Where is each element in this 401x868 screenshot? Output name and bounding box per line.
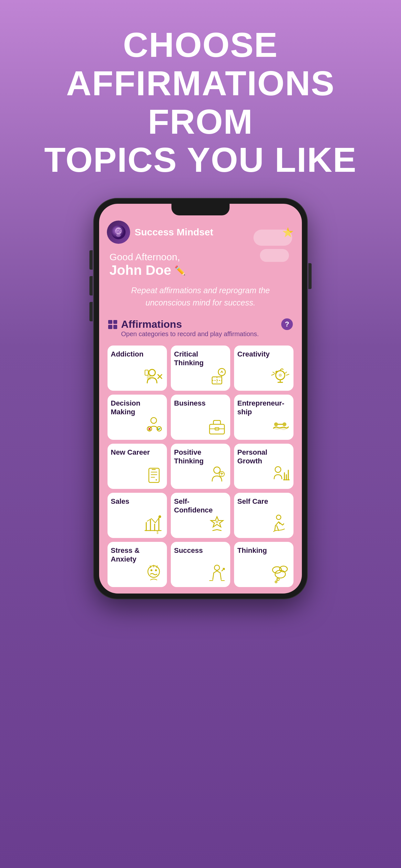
svg-point-11 [218, 368, 225, 376]
category-name-entrepreneur: Entrepreneur-ship [237, 399, 290, 416]
svg-point-54 [276, 515, 281, 520]
svg-line-19 [284, 372, 287, 374]
category-name-business: Business [174, 399, 206, 407]
category-card-thinking[interactable]: Thinking [234, 542, 294, 587]
tagline: Repeat affirmations and reprogram the un… [117, 284, 284, 309]
user-name: John Doe [110, 262, 171, 278]
category-card-positive[interactable]: Positive Thinking [171, 444, 230, 489]
category-icon-thinking [269, 562, 291, 585]
affirmations-subtitle: Open categories to record and play affir… [108, 330, 259, 338]
category-icon-positive [206, 464, 228, 486]
category-icon-success [206, 562, 228, 585]
affirmations-header: Affirmations Open categories to record a… [107, 318, 294, 344]
category-name-creativity: Creativity [237, 350, 270, 359]
affirmations-title: Affirmations [121, 318, 182, 330]
category-icon-new-career [143, 464, 165, 486]
category-card-decision[interactable]: Decision Making [107, 395, 167, 440]
category-card-critical[interactable]: Critical Thinking [171, 345, 230, 391]
phone-wrapper: Success Mindset ★ Good Afternoon, John D… [0, 192, 401, 599]
svg-line-17 [286, 374, 289, 375]
app-logo-area: Success Mindset [107, 221, 213, 244]
category-card-personal-growth[interactable]: Personal Growth [234, 444, 294, 489]
svg-rect-31 [149, 468, 159, 483]
svg-point-29 [274, 423, 278, 426]
svg-point-30 [282, 423, 286, 426]
category-icon-stress [143, 562, 165, 585]
category-card-stress[interactable]: Stress & Anxiety [107, 542, 167, 587]
headline-line1: CHOOSE [123, 25, 278, 64]
category-icon-entrepreneur [269, 414, 291, 437]
headline-line2: AFFIRMATIONS FROM [66, 64, 335, 141]
category-icon-self-confidence [206, 513, 228, 535]
category-card-business[interactable]: Business [171, 395, 230, 440]
affirmations-title-row: Affirmations [108, 318, 259, 330]
category-icon-self-care [269, 513, 291, 535]
category-name-new-career: New Career [111, 448, 150, 457]
svg-line-18 [273, 372, 275, 374]
category-card-self-care[interactable]: Self Care [234, 493, 294, 538]
svg-point-21 [151, 417, 157, 423]
svg-text:$: $ [157, 531, 158, 534]
svg-point-1 [115, 227, 122, 235]
svg-point-57 [150, 569, 152, 571]
svg-point-56 [148, 566, 159, 578]
category-icon-personal-growth [269, 464, 291, 486]
category-icon-sales: $ [143, 513, 165, 535]
svg-point-51 [158, 516, 161, 518]
category-icon-addiction [143, 366, 165, 388]
affirmations-title-area: Affirmations Open categories to record a… [108, 318, 259, 344]
category-icon-business [206, 414, 228, 437]
header-section: CHOOSE AFFIRMATIONS FROM TOPICS YOU LIKE [0, 0, 401, 192]
svg-point-58 [155, 569, 157, 571]
category-name-self-confidence: Self-Confidence [174, 497, 227, 515]
svg-point-3 [149, 369, 155, 376]
help-icon[interactable]: ? [281, 318, 293, 330]
category-card-entrepreneur[interactable]: Entrepreneur-ship [234, 395, 294, 440]
category-icon-creativity [269, 366, 291, 388]
category-icon-critical [206, 366, 228, 388]
category-name-thinking: Thinking [237, 547, 267, 555]
category-name-self-care: Self Care [237, 497, 268, 506]
category-name-positive: Positive Thinking [174, 448, 227, 465]
grid-dot-2 [113, 320, 118, 324]
category-name-addiction: Addiction [111, 350, 143, 359]
category-card-creativity[interactable]: Creativity [234, 345, 294, 391]
category-name-critical: Critical Thinking [174, 350, 227, 367]
category-card-success[interactable]: Success [171, 542, 230, 587]
category-card-addiction[interactable]: Addiction [107, 345, 167, 391]
headline-line3: TOPICS YOU LIKE [44, 140, 357, 179]
svg-point-59 [214, 565, 220, 570]
svg-rect-4 [147, 375, 151, 380]
category-name-stress: Stress & Anxiety [111, 547, 164, 563]
svg-line-16 [272, 374, 274, 375]
phone-frame: Success Mindset ★ Good Afternoon, John D… [94, 198, 307, 599]
category-name-personal-growth: Personal Growth [237, 448, 290, 465]
grid-dot-3 [108, 325, 112, 329]
app-title: Success Mindset [135, 227, 213, 238]
grid-dot-4 [113, 325, 118, 329]
svg-point-20 [279, 374, 282, 377]
svg-point-36 [214, 467, 220, 473]
svg-line-55 [277, 526, 279, 531]
category-name-decision: Decision Making [111, 399, 164, 416]
category-grid: Addiction Critical Thinking Creativity D… [107, 345, 294, 587]
phone-screen: Success Mindset ★ Good Afternoon, John D… [99, 204, 302, 593]
category-name-sales: Sales [111, 497, 129, 506]
category-card-new-career[interactable]: New Career [107, 444, 167, 489]
phone-notch [172, 204, 229, 215]
app-logo [107, 221, 130, 244]
grid-dot-1 [108, 320, 112, 324]
screen-content: Success Mindset ★ Good Afternoon, John D… [99, 204, 302, 593]
edit-icon[interactable]: ✏️ [174, 265, 186, 276]
grid-icon [108, 320, 117, 329]
greeting-name: John Doe ✏️ [110, 262, 291, 278]
category-name-success: Success [174, 547, 203, 555]
headline: CHOOSE AFFIRMATIONS FROM TOPICS YOU LIKE [19, 26, 382, 179]
svg-rect-7 [145, 370, 148, 375]
svg-point-2 [116, 234, 121, 237]
svg-point-35 [156, 479, 157, 480]
svg-point-64 [275, 570, 285, 578]
svg-point-53 [216, 521, 218, 523]
category-card-self-confidence[interactable]: Self-Confidence [171, 493, 230, 538]
category-card-sales[interactable]: Sales $ [107, 493, 167, 538]
